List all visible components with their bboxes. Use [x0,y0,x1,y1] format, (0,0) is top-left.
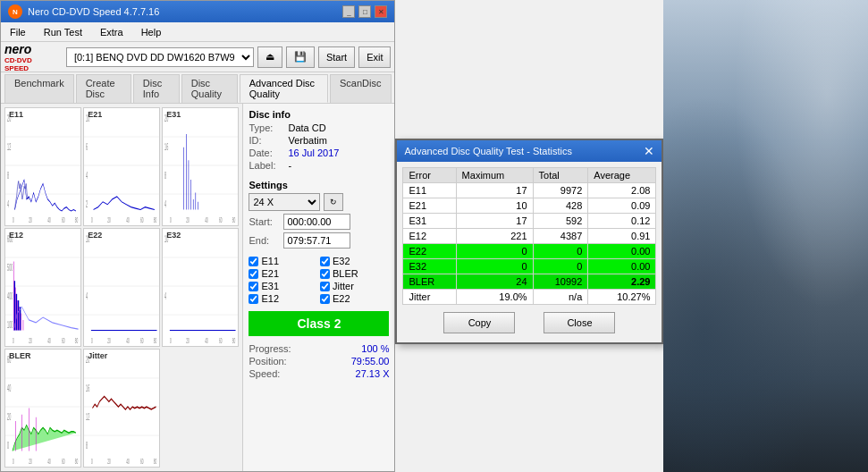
menu-extra[interactable]: Extra [95,25,129,39]
stats-cell-average: 0.12 [588,214,656,229]
side-panel: Disc info Type: Data CD ID: Verbatim Dat… [242,104,394,471]
cb-e32-label: E32 [333,256,350,266]
cb-e21-label: E21 [261,268,279,279]
date-label: Date: [249,148,284,158]
col-total: Total [533,168,588,183]
tabs: Benchmark Create Disc Disc Info Disc Qua… [1,72,394,104]
svg-text:500: 500 [7,262,13,273]
cb-e32[interactable] [320,257,330,266]
disc-id-row: ID: Verbatim [249,135,389,146]
svg-text:4: 4 [86,291,88,301]
svg-text:60: 60 [62,457,65,465]
cb-e22-label: E22 [333,293,350,304]
minimize-button[interactable]: _ [342,5,355,18]
cb-e12[interactable] [249,294,258,304]
cb-e12-row: E12 [249,293,318,304]
close-button[interactable]: ✕ [375,5,387,18]
class-box: Class 2 [249,311,389,336]
svg-text:400: 400 [7,291,13,301]
dialog-close-button[interactable]: ✕ [644,145,654,157]
title-bar: N Nero CD-DVD Speed 4.7.7.16 _ □ ✕ [1,1,394,22]
copy-button[interactable]: Copy [443,312,515,333]
cb-e31-label: E31 [261,281,279,291]
svg-text:4: 4 [86,170,88,181]
speed-label: Speed: [249,368,280,379]
tab-benchmark[interactable]: Benchmark [4,74,74,103]
eject-button[interactable]: ⏏ [257,46,282,68]
cb-e11-row: E11 [249,256,318,266]
chart-e32: E32 10 4 0 20 40 60 80 [162,228,239,347]
svg-text:80: 80 [154,457,157,465]
drive-select[interactable]: [0:1] BENQ DVD DD DW1620 B7W9 [66,47,254,67]
stats-row: E21104280.09 [403,198,656,214]
end-input[interactable] [283,232,350,249]
chart-e11: E11 20 12 8 4 0 20 40 60 80 [4,107,81,226]
menu-file[interactable]: File [4,25,31,39]
start-input[interactable] [283,214,350,230]
dialog-title-bar: Advanced Disc Quality Test - Statistics … [397,140,662,162]
stats-cell-error: E32 [403,259,456,274]
stats-table: Error Maximum Total Average E111799722.0… [402,167,656,305]
stats-cell-error: E21 [403,198,456,214]
bg-overlay [663,0,868,472]
class-label: Class 2 [297,316,341,331]
svg-text:80: 80 [75,215,79,223]
label-label: Label: [249,160,284,171]
menu-bar: File Run Test Extra Help [1,22,394,42]
col-error: Error [403,168,456,183]
window-controls[interactable]: _ □ ✕ [342,5,387,18]
svg-rect-0 [5,108,80,225]
svg-text:20: 20 [29,457,32,465]
stats-cell-maximum: 17 [456,183,533,198]
disc-date-row: Date: 16 Jul 2017 [249,148,389,158]
svg-text:40: 40 [47,215,51,223]
speed-select[interactable]: 24 X [249,193,320,211]
disc-info-section: Disc info Type: Data CD ID: Verbatim Dat… [249,109,389,173]
save-button[interactable]: 💾 [286,46,315,68]
cb-e21[interactable] [249,269,258,279]
cb-jitter[interactable] [320,282,330,291]
chart-e12-label: E12 [9,231,23,240]
chart-jitter-label: Jitter [88,351,107,360]
tab-create-disc[interactable]: Create Disc [76,74,131,103]
cb-e31-row: E31 [249,281,318,291]
exit-button[interactable]: Exit [358,46,391,68]
stats-cell-total: 0 [533,244,588,259]
tab-disc-quality[interactable]: Disc Quality [181,74,238,103]
cb-e31[interactable] [249,282,258,291]
cb-bler[interactable] [320,269,330,279]
stats-row: E22000.00 [403,244,656,259]
stats-cell-average: 0.00 [588,244,656,259]
stats-cell-average: 2.29 [588,274,656,290]
start-button[interactable]: Start [318,46,355,68]
speed-refresh-button[interactable]: ↻ [324,193,343,211]
tab-advanced-disc-quality[interactable]: Advanced Disc Quality [240,74,328,103]
cb-e11[interactable] [249,257,258,266]
disc-label-row: Label: - [249,160,389,171]
menu-help[interactable]: Help [136,25,167,39]
tab-scan-disc[interactable]: ScanDisc [330,74,391,103]
svg-text:0: 0 [170,215,172,223]
type-label: Type: [249,122,284,133]
svg-text:40: 40 [126,457,130,465]
close-button[interactable]: Close [544,312,615,333]
svg-rect-81 [163,229,238,346]
stats-cell-total: 428 [533,198,588,214]
maximize-button[interactable]: □ [358,5,371,18]
progress-section: Progress: 100 % Position: 79:55.00 Speed… [249,343,389,381]
content-area: E11 20 12 8 4 0 20 40 60 80 [1,104,394,471]
svg-text:100: 100 [7,319,13,330]
tab-disc-info[interactable]: Disc Info [133,74,180,103]
chart-e32-label: E32 [166,231,181,240]
stats-cell-total: 9972 [533,183,588,198]
cb-e22[interactable] [320,294,330,304]
menu-run-test[interactable]: Run Test [38,25,88,39]
svg-text:20: 20 [187,336,190,344]
cb-jitter-label: Jitter [333,281,354,291]
cb-jitter-row: Jitter [320,281,390,291]
stats-cell-total: n/a [533,290,588,305]
window-title: Nero CD-DVD Speed 4.7.7.16 [28,6,159,17]
svg-text:0: 0 [13,457,14,465]
svg-text:80: 80 [232,336,236,344]
svg-text:60: 60 [219,336,223,344]
